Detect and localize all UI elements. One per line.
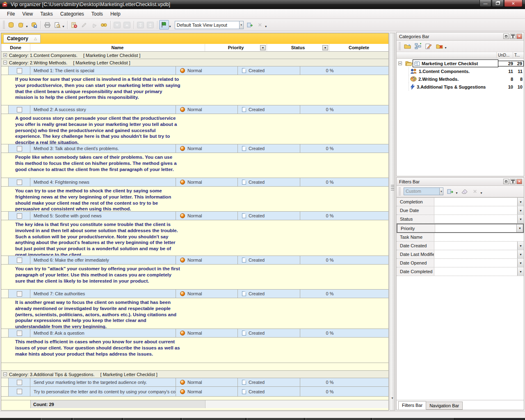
tree-label[interactable]: 1.Content Components. [419,69,470,74]
apply-layout-button[interactable] [245,20,255,30]
categories-toolbar-overflow-icon[interactable]: ▼ [444,46,447,49]
panel-restore-icon[interactable] [503,34,509,39]
task-name[interactable]: Method 4: Frightening news [30,178,176,186]
done-checkbox[interactable] [17,180,22,185]
panel-pin-icon[interactable] [510,34,516,39]
filter-row-status[interactable]: Status ▼ [397,215,524,224]
new-database-button[interactable] [16,20,26,30]
toolbar-overflow-icon[interactable]: ▼ [265,25,267,28]
task-name[interactable]: Send your marketing letter to the target… [30,378,176,386]
new-subcategory-button[interactable] [413,41,423,51]
done-checkbox[interactable] [17,258,22,263]
done-checkbox[interactable] [17,213,22,219]
edit-category-button[interactable] [423,41,434,51]
delete-filter-button[interactable]: ✕ [470,187,480,196]
filter-row-date-created[interactable]: Date Created ▼ [397,242,524,250]
category-row-2[interactable]: − Category: 2.Writing Methods. [ Marketi… [1,59,388,66]
menu-tools[interactable]: Tools [88,9,107,18]
tab-navigation-bar[interactable]: Navigation Bar [426,402,463,410]
move-top-button[interactable] [146,20,155,30]
filter-preset-combo[interactable]: Custom ▼ [404,187,443,195]
task-row[interactable]: Method 3: Talk about the client's proble… [1,144,388,153]
task-name[interactable]: Method 6: Make the offer immediately [30,256,176,264]
filter-dropdown-icon[interactable]: ▼ [517,198,524,206]
done-checkbox[interactable] [17,146,22,151]
done-checkbox[interactable] [17,107,22,112]
filter-preset-dropdown-icon[interactable]: ▼ [440,187,443,195]
panel-close-icon[interactable]: ✕ [516,34,522,39]
tree-row-writing-methods[interactable]: 2.Writing Methods. 8 8 [397,75,524,83]
windows-taskbar[interactable] [0,418,525,420]
filter-row-due-date[interactable]: Due Date ▼ [397,206,524,215]
filter-dropdown-icon[interactable]: ▼ [517,267,524,276]
print-preview-button[interactable] [52,20,62,30]
tree-row-checklist[interactable]: − Marketing Letter Checklist 29 29 [397,59,524,67]
group-by-category-button[interactable]: Category △ [3,34,41,43]
save-filter-dropdown-icon[interactable]: ▼ [455,192,458,194]
done-checkbox[interactable] [17,291,22,297]
filter-row-completion[interactable]: Completion ▼ [397,198,524,206]
filter-row-date-opened[interactable]: Date Opened ▼ [397,259,524,267]
task-view-layout-value[interactable]: Default Task View Layout [175,21,240,29]
done-checkbox[interactable] [17,68,22,73]
move-down-button[interactable] [112,20,122,30]
category-row-3[interactable]: − Category: 3.Additional Tips & Suggesti… [1,371,388,378]
filter-dropdown-icon[interactable]: ▼ [517,215,524,223]
tree-label[interactable]: 2.Writing Methods. [418,77,459,82]
close-button[interactable]: ✕ [504,0,523,7]
move-bottom-button[interactable] [136,20,146,30]
print-button[interactable] [43,20,52,30]
column-header-done[interactable]: Done [1,44,30,51]
splitter-grip[interactable] [391,185,394,191]
edit-task-button[interactable] [79,20,89,30]
task-view-layout-dropdown-icon[interactable]: ▼ [240,21,244,29]
menu-categories[interactable]: Categories [57,9,88,18]
tree-row-additional-tips[interactable]: 3.Additional Tips & Suggestions 10 10 [397,83,524,91]
task-name[interactable]: Method 2: A success story [30,105,176,114]
splitter-collapse-icon[interactable]: ▼ [391,397,394,399]
done-checkbox[interactable] [17,331,22,336]
collapse-minus-icon[interactable]: − [3,61,7,64]
save-database-button[interactable] [29,20,39,30]
done-checkbox[interactable] [17,389,22,394]
open-database-button[interactable] [6,20,16,30]
filter-dropdown-icon[interactable]: ▼ [516,224,523,232]
restore-button[interactable] [492,0,504,7]
category-row-1[interactable]: + Category: 1.Content Components. [ Mark… [1,52,388,59]
new-database-dropdown-icon[interactable]: ▼ [25,25,28,28]
tree-row-content-components[interactable]: 1.Content Components. 11 11 [397,67,524,75]
done-checkbox[interactable] [17,380,22,385]
task-name[interactable]: Method 3: Talk about the client's proble… [30,144,176,153]
task-view-layout-combo[interactable]: Default Task View Layout ▼ [175,21,244,29]
filter-dropdown-icon[interactable]: ▼ [517,259,524,267]
filter-preset-value[interactable]: Custom [404,187,440,195]
task-name[interactable]: Method 7: Cite authorities [30,290,176,298]
clear-filter-button[interactable] [459,187,470,196]
task-name[interactable]: Method 5: Soothe with good news [30,212,176,220]
new-task-button[interactable] [69,20,79,30]
find-task-button[interactable] [99,20,109,30]
menu-help[interactable]: Help [107,9,124,18]
minimize-button[interactable]: — [479,0,491,7]
panel-close-icon[interactable]: ✕ [516,179,522,184]
filter-dropdown-icon[interactable]: ▼ [517,250,524,258]
move-task-button[interactable] [89,20,99,30]
expand-plus-icon[interactable]: + [3,53,7,57]
delete-layout-button[interactable]: ✕ [255,20,265,30]
filters-toolbar-overflow-icon[interactable]: ▼ [480,192,483,194]
menu-tasks[interactable]: Tasks [37,9,57,18]
new-category-button[interactable] [402,41,413,51]
status-filter-dropdown-icon[interactable]: ▼ [322,45,328,50]
flag-dropdown-icon[interactable]: ▼ [169,25,171,28]
filter-row-priority[interactable]: Priority ▼ [397,224,524,233]
collapse-minus-icon[interactable]: − [398,62,402,65]
task-row[interactable]: Method 4: Frightening news Normal Create… [1,178,388,187]
panel-pin-icon[interactable] [510,179,516,184]
task-row[interactable]: Method 1: The client is special Normal C… [1,66,388,75]
task-row[interactable]: Method 8: Ask a question Normal Created … [1,329,388,338]
task-row[interactable]: Method 2: A success story Normal Created… [1,105,388,114]
task-row[interactable]: Method 5: Soothe with good news Normal C… [1,212,388,220]
column-header-total[interactable]: T... [513,52,524,58]
tree-label[interactable]: Marketing Letter Checklist [422,61,478,66]
panel-restore-icon[interactable] [503,179,509,184]
